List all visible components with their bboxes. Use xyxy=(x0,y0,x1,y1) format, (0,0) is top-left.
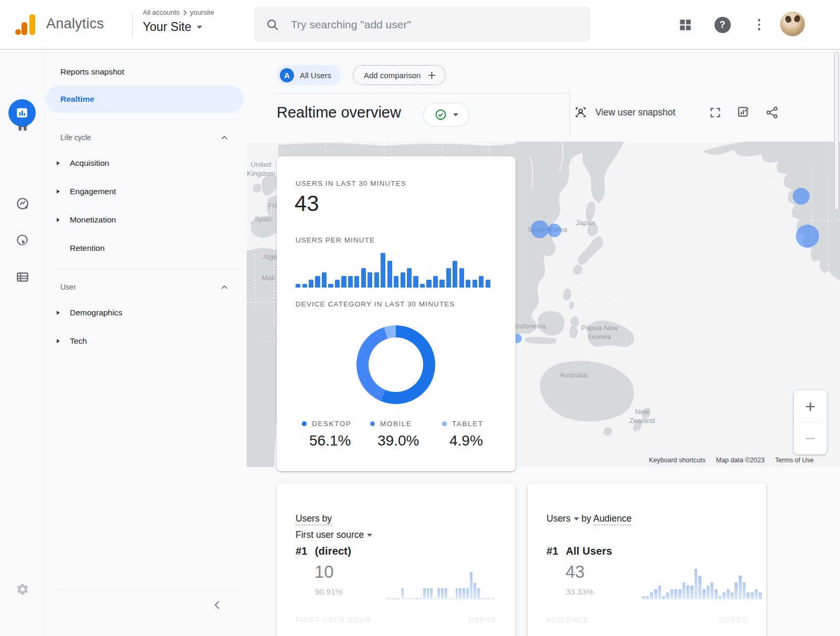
top-row: #1All Users xyxy=(547,545,612,557)
device-category-donut-chart[interactable] xyxy=(356,325,435,404)
help-icon[interactable]: ? xyxy=(714,16,731,33)
bar xyxy=(387,261,392,288)
bar xyxy=(670,589,674,599)
bar xyxy=(674,589,677,599)
bar xyxy=(747,592,750,599)
page-scrollbar[interactable] xyxy=(834,52,839,210)
bar xyxy=(441,588,444,599)
map-label-mali: Mali xyxy=(262,273,275,282)
sidebar-item-realtime[interactable]: Realtime xyxy=(46,86,244,113)
users-per-minute-chart[interactable] xyxy=(296,252,492,288)
settings-gear-icon[interactable] xyxy=(16,582,29,596)
sidebar-item-monetization[interactable]: Monetization xyxy=(46,206,247,234)
map-zoom-control: + − xyxy=(794,390,827,454)
bar xyxy=(707,586,710,599)
active-users-dot[interactable] xyxy=(796,225,819,248)
analytics-logo-icon[interactable] xyxy=(14,13,38,37)
bar xyxy=(472,280,477,288)
nav-section-user[interactable]: User xyxy=(46,275,247,299)
sidebar-item-retention[interactable]: Retention xyxy=(46,234,247,262)
section-divider xyxy=(277,93,570,93)
bar xyxy=(420,284,425,288)
bar xyxy=(413,276,418,288)
comparison-chip-all-users[interactable]: A All Users xyxy=(277,65,341,85)
page-title: Realtime overview xyxy=(277,104,401,121)
bar xyxy=(654,589,657,599)
data-quality-badge[interactable] xyxy=(423,103,469,126)
bar xyxy=(445,588,447,599)
bar xyxy=(322,272,327,288)
sidebar-item-reports-snapshot[interactable]: Reports snapshot xyxy=(46,58,247,86)
bar xyxy=(433,276,438,288)
sidebar-item-engagement[interactable]: Engagement xyxy=(46,177,247,206)
metric-percent: 33.33% xyxy=(566,587,594,597)
users-30min-label: USERS IN LAST 30 MINUTES xyxy=(296,179,406,187)
breadcrumb[interactable]: All accounts yoursite xyxy=(143,8,214,16)
property-selector[interactable]: Your Site xyxy=(143,20,202,34)
users-by-audience-card: Users by Audience #1All Users 43 33.33% … xyxy=(528,483,766,636)
customize-report-icon[interactable] xyxy=(737,105,751,120)
bar xyxy=(374,272,379,288)
search-input[interactable]: Try searching "add user" xyxy=(254,7,590,42)
metric-value: 10 xyxy=(314,562,334,582)
bar xyxy=(398,598,401,599)
check-circle-icon xyxy=(435,109,447,121)
search-placeholder: Try searching "add user" xyxy=(291,18,411,31)
keyboard-shortcuts-link[interactable]: Keyboard shortcuts xyxy=(649,457,706,464)
metric-selector[interactable]: Users xyxy=(547,513,579,524)
avatar[interactable] xyxy=(780,12,805,36)
bar xyxy=(710,582,713,599)
sparkline-chart xyxy=(642,567,763,599)
zoom-in-button[interactable]: + xyxy=(794,390,827,422)
advertising-icon[interactable] xyxy=(16,234,29,247)
users-by-first-user-source-card: Users by First user source #1(direct) 10… xyxy=(277,483,516,636)
device-category-label: DEVICE CATEGORY IN LAST 30 MINUTES xyxy=(296,300,455,308)
bar xyxy=(354,276,359,288)
users-per-minute-label: USERS PER MINUTE xyxy=(296,236,375,244)
icon-rail xyxy=(0,51,45,636)
admin-library-icon[interactable] xyxy=(16,270,29,284)
sidebar-item-demographics[interactable]: Demographics xyxy=(46,299,247,327)
fullscreen-icon[interactable] xyxy=(708,105,722,120)
share-icon[interactable] xyxy=(765,105,779,120)
terms-of-use-link[interactable]: Terms of Use xyxy=(775,457,814,464)
dimension-selector[interactable]: First user source xyxy=(296,529,372,540)
bar xyxy=(658,586,662,599)
legend-dot-icon xyxy=(302,421,307,426)
comparison-badge: A xyxy=(280,68,294,82)
bar xyxy=(453,261,457,288)
collapse-drawer-icon[interactable] xyxy=(210,598,225,612)
map-label-united-kingdom: United Kingdom xyxy=(247,160,275,178)
nav-list: Reports snapshotRealtimeLife cycleAcquis… xyxy=(46,58,247,355)
active-users-dot[interactable] xyxy=(793,188,810,205)
toolbar-divider xyxy=(570,90,570,136)
nav-section-life-cycle[interactable]: Life cycle xyxy=(46,126,247,149)
reports-icon[interactable] xyxy=(8,99,36,126)
card-title: Users by First user source xyxy=(296,511,372,543)
apps-grid-icon[interactable] xyxy=(677,16,694,33)
more-menu-icon[interactable] xyxy=(751,16,768,33)
sidebar-item-acquisition[interactable]: Acquisition xyxy=(46,149,247,177)
realtime-overview-card: USERS IN LAST 30 MINUTES 43 USERS PER MI… xyxy=(277,156,516,471)
bar xyxy=(407,268,412,288)
table-header: FIRST USER SOUR... USERS xyxy=(296,616,497,624)
table-divider xyxy=(547,632,748,633)
users-column-header: USERS xyxy=(719,616,748,624)
view-user-snapshot-button[interactable]: View user snapshot xyxy=(573,105,675,120)
zoom-out-button[interactable]: − xyxy=(794,423,827,455)
sidebar-item-tech[interactable]: Tech xyxy=(46,327,247,355)
chevron-down-icon xyxy=(367,534,372,537)
bar xyxy=(419,598,422,599)
bar xyxy=(479,276,484,288)
map-label-japan: Japan xyxy=(576,218,595,227)
bar xyxy=(394,598,397,599)
add-comparison-button[interactable]: Add comparison xyxy=(353,65,446,85)
bar xyxy=(315,276,320,288)
active-users-dot[interactable] xyxy=(548,224,561,237)
metric-selector[interactable]: Users by xyxy=(296,513,332,525)
bar xyxy=(702,589,706,599)
active-users-dot[interactable] xyxy=(531,220,549,238)
explore-icon[interactable] xyxy=(16,197,29,210)
dimension-selector[interactable]: Audience xyxy=(593,513,632,525)
bar xyxy=(391,598,393,599)
